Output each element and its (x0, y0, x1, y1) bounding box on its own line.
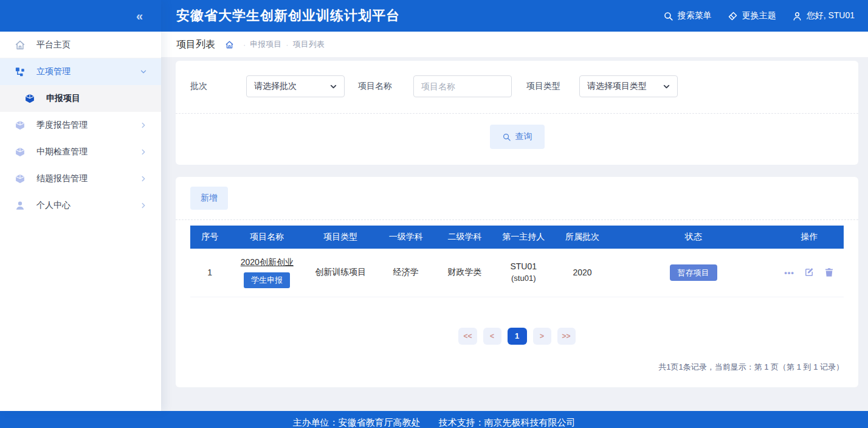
user-menu[interactable]: 您好, STU01 (792, 10, 855, 21)
cell-batch: 2020 (553, 249, 612, 297)
chevron-down-icon (139, 67, 148, 76)
footer: 主办单位：安徽省教育厅高教处 技术支持：南京先极科技有限公司 (0, 411, 868, 428)
footer-text: 主办单位：安徽省教育厅高教处 技术支持：南京先极科技有限公司 (293, 417, 576, 428)
add-button[interactable]: 新增 (190, 187, 228, 210)
project-list-panel: 新增 序号 项目名称 项目类型 一级学科 (176, 177, 858, 387)
first-page-button[interactable]: << (458, 328, 477, 345)
col-batch: 所属批次 (553, 226, 612, 249)
cube-icon (24, 93, 35, 104)
breadcrumb-separator: · (286, 40, 288, 49)
more-actions-icon[interactable]: ••• (784, 268, 794, 277)
sidebar-item-label: 个人中心 (36, 200, 71, 211)
prev-page-button[interactable]: < (483, 328, 501, 345)
last-page-button[interactable]: >> (557, 328, 576, 345)
change-theme-button[interactable]: 更换主题 (728, 10, 776, 21)
breadcrumb-item[interactable]: 申报项目 (250, 39, 281, 50)
cell-secondary-discipline: 财政学类 (435, 249, 494, 297)
breadcrumb: 项目列表 · 申报项目 · 项目列表 (161, 32, 868, 57)
page-title: 安徽省大学生创新创业训练计划平台 (176, 7, 400, 25)
cube-icon (15, 120, 26, 131)
sidebar-item-personal-center[interactable]: 个人中心 (0, 192, 161, 219)
project-name-link[interactable]: 2020创新创业 (241, 257, 294, 268)
cube-icon (15, 173, 26, 184)
breadcrumb-title: 项目列表 (176, 38, 215, 51)
sidebar-item-label: 立项管理 (36, 66, 71, 77)
query-button[interactable]: 查询 (490, 125, 545, 149)
sidebar-item-label: 结题报告管理 (36, 173, 88, 184)
chevron-right-icon (139, 201, 148, 210)
delete-icon[interactable] (824, 267, 835, 278)
user-icon (792, 11, 802, 21)
project-table: 序号 项目名称 项目类型 一级学科 二级学科 第一主持人 所属批次 状态 操作 (190, 226, 844, 297)
theme-icon (728, 11, 738, 21)
sidebar-item-platform-home[interactable]: 平台主页 (0, 32, 161, 58)
main-area: 安徽省大学生创新创业训练计划平台 搜索菜单 更换主题 您好, STU01 (161, 0, 868, 411)
chevron-down-icon (329, 82, 338, 91)
chevron-right-icon (139, 148, 148, 156)
sidebar-collapse-icon[interactable]: « (136, 10, 143, 22)
col-primary-discipline: 一级学科 (376, 226, 435, 249)
search-icon (502, 133, 511, 142)
page-number-button[interactable]: 1 (508, 328, 527, 345)
home-icon[interactable] (225, 40, 234, 49)
apply-type-badge: 学生申报 (244, 272, 290, 288)
divider (176, 219, 858, 220)
sidebar-item-quarterly-report[interactable]: 季度报告管理 (0, 112, 161, 139)
sidebar-header: « (0, 0, 161, 32)
col-project-name: 项目名称 (230, 226, 305, 249)
breadcrumb-item: 项目列表 (293, 39, 325, 50)
sidebar-menu: 平台主页 立项管理 申报项目 (0, 32, 161, 411)
sidebar-item-label: 平台主页 (36, 40, 71, 50)
cell-leader: STU01 (stu01) (494, 249, 553, 297)
cell-project-name: 2020创新创业 学生申报 (230, 249, 305, 297)
project-type-label: 项目类型 (526, 81, 579, 92)
cell-project-type: 创新训练项目 (305, 249, 376, 297)
chevron-down-icon (662, 82, 671, 91)
col-actions: 操作 (775, 226, 844, 249)
table-header-row: 序号 项目名称 项目类型 一级学科 二级学科 第一主持人 所属批次 状态 操作 (190, 226, 844, 249)
col-status: 状态 (611, 226, 775, 249)
pagination: << < 1 > >> (190, 328, 844, 345)
record-summary: 共1页1条记录，当前显示：第 1 页（第 1 到 1 记录） (190, 362, 844, 373)
filter-panel: 批次 请选择批次 项目名称 项目类型 请选择项目类型 (176, 61, 858, 165)
chevron-right-icon (139, 174, 148, 183)
sidebar-item-final-report[interactable]: 结题报告管理 (0, 165, 161, 192)
status-badge: 暂存项目 (670, 264, 717, 281)
sidebar-item-label: 中期检查管理 (36, 147, 88, 157)
app-root: « 平台主页 立项管理 (0, 0, 868, 428)
cell-seq: 1 (190, 249, 230, 297)
project-name-label: 项目名称 (358, 81, 413, 92)
table-row: 1 2020创新创业 学生申报 创新训练项目 经济学 财政学类 STU01 (190, 249, 844, 297)
sidebar-item-midterm-check[interactable]: 中期检查管理 (0, 139, 161, 165)
edit-icon[interactable] (804, 267, 815, 278)
content: 批次 请选择批次 项目名称 项目类型 请选择项目类型 (161, 57, 868, 411)
sidebar: « 平台主页 立项管理 (0, 0, 161, 411)
search-icon (663, 11, 673, 21)
col-seq: 序号 (190, 226, 230, 249)
cube-icon (15, 147, 26, 157)
user-greeting: 您好, STU01 (807, 10, 855, 21)
cell-status: 暂存项目 (611, 249, 775, 297)
batch-select[interactable]: 请选择批次 (246, 75, 345, 97)
col-leader: 第一主持人 (494, 226, 553, 249)
sidebar-item-label: 季度报告管理 (36, 120, 88, 131)
sitemap-icon (15, 66, 26, 77)
chevron-right-icon (139, 121, 148, 129)
project-name-input[interactable] (413, 75, 512, 97)
project-type-select[interactable]: 请选择项目类型 (579, 75, 678, 97)
search-menu-button[interactable]: 搜索菜单 (663, 10, 712, 21)
sidebar-item-label: 申报项目 (46, 93, 80, 104)
next-page-button[interactable]: > (533, 328, 551, 345)
topbar: 安徽省大学生创新创业训练计划平台 搜索菜单 更换主题 您好, STU01 (161, 0, 868, 32)
sidebar-item-apply-project[interactable]: 申报项目 (0, 85, 161, 112)
col-secondary-discipline: 二级学科 (435, 226, 494, 249)
sidebar-item-project-management[interactable]: 立项管理 (0, 58, 161, 85)
home-icon (15, 40, 26, 50)
breadcrumb-separator: · (243, 40, 246, 49)
col-project-type: 项目类型 (305, 226, 376, 249)
person-icon (15, 200, 26, 211)
cell-primary-discipline: 经济学 (376, 249, 435, 297)
batch-label: 批次 (190, 81, 246, 92)
cell-actions: ••• (775, 249, 844, 297)
